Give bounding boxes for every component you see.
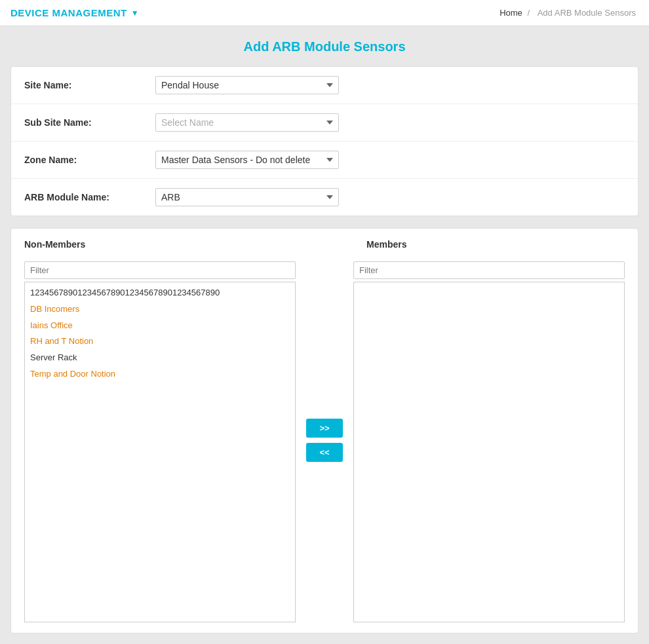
non-members-title: Non-Members: [24, 239, 283, 250]
members-card: Non-Members Members 12345678901234567890…: [10, 228, 639, 634]
non-members-list[interactable]: 1234567890123456789012345678901234567890…: [24, 282, 296, 622]
zone-name-row: Zone Name: Master Data Sensors - Do not …: [11, 142, 638, 179]
site-name-label: Site Name:: [24, 80, 155, 90]
site-name-select[interactable]: Pendal House: [155, 76, 339, 94]
list-item[interactable]: 1234567890123456789012345678901234567890: [25, 285, 295, 301]
breadcrumb-separator: /: [527, 8, 530, 18]
members-filter[interactable]: [353, 261, 625, 279]
arb-module-row: ARB Module Name: ARB: [11, 179, 638, 216]
form-card: Site Name: Pendal House Sub Site Name: S…: [10, 66, 639, 216]
move-right-button[interactable]: >>: [306, 419, 343, 438]
brand-dropdown-icon[interactable]: ▼: [131, 9, 139, 18]
list-item[interactable]: DB Incomers: [25, 301, 295, 318]
brand[interactable]: DEVICE MANAGEMENT ▼: [10, 7, 139, 18]
arb-module-select[interactable]: ARB: [155, 188, 339, 206]
page-title: Add ARB Module Sensors: [10, 39, 639, 54]
breadcrumb-home[interactable]: Home: [500, 8, 522, 18]
header: DEVICE MANAGEMENT ▼ Home / Add ARB Modul…: [0, 0, 649, 26]
arb-module-label: ARB Module Name:: [24, 192, 155, 202]
non-members-section: 1234567890123456789012345678901234567890…: [24, 261, 296, 622]
zone-name-select[interactable]: Master Data Sensors - Do not delete: [155, 151, 339, 169]
site-name-row: Site Name: Pendal House: [11, 67, 638, 104]
brand-text: DEVICE MANAGEMENT: [10, 7, 127, 18]
list-item[interactable]: Server Rack: [25, 350, 295, 366]
main-content: Add ARB Module Sensors Site Name: Pendal…: [0, 26, 649, 644]
list-item[interactable]: Iains Office: [25, 318, 295, 334]
list-item[interactable]: Temp and Door Notion: [25, 366, 295, 383]
sub-site-name-row: Sub Site Name: Select Name: [11, 104, 638, 142]
breadcrumb-current: Add ARB Module Sensors: [538, 8, 636, 18]
members-section: [353, 261, 625, 622]
transfer-buttons: >> <<: [296, 419, 353, 462]
breadcrumb: Home / Add ARB Module Sensors: [500, 8, 639, 18]
sub-site-name-label: Sub Site Name:: [24, 117, 155, 128]
members-list[interactable]: [353, 282, 625, 622]
members-layout: 1234567890123456789012345678901234567890…: [24, 261, 625, 622]
list-item[interactable]: RH and T Notion: [25, 333, 295, 350]
zone-name-label: Zone Name:: [24, 155, 155, 165]
non-members-filter[interactable]: [24, 261, 296, 279]
members-title: Members: [366, 239, 625, 250]
sub-site-name-select[interactable]: Select Name: [155, 113, 339, 132]
move-left-button[interactable]: <<: [306, 443, 343, 462]
